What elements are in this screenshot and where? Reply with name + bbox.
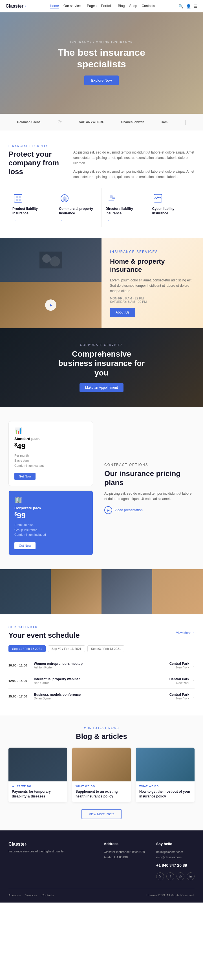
pricing-info: CONTRACT OPTIONS Our insurance pricing p… [99, 421, 195, 555]
corporate-plan-card: 🏢 Corporate pack $99 Premium planGroup i… [8, 490, 93, 555]
nav-services[interactable]: Our services [64, 4, 82, 8]
video-play-icon[interactable] [104, 506, 112, 514]
standard-plan-card: 📊 Standard pack $49 Per monthBasic planC… [8, 421, 93, 486]
brand-divider-2: | [185, 119, 186, 125]
insurance-cards: Product liability Insurance → Commercial… [8, 188, 195, 227]
sched-location-2: Central Park New York [169, 677, 189, 684]
facebook-icon[interactable]: f [166, 872, 174, 880]
sched-event-name-1: Women entrepreneurs meetup [34, 662, 169, 666]
footer-link-contacts[interactable]: Contacts [42, 894, 54, 897]
svg-rect-4 [19, 199, 21, 201]
instagram-icon[interactable]: ◎ [176, 872, 184, 880]
blog-card-3[interactable]: WHAT WE DO How to get the most out of yo… [136, 748, 195, 802]
footer-link-about[interactable]: About us [8, 894, 21, 897]
sched-location-1: Central Park New York [169, 662, 189, 669]
user-icon[interactable]: 👤 [186, 4, 191, 8]
standard-plan-button[interactable]: Get Now [14, 473, 35, 480]
sched-event-name-2: Intellectual property webinar [34, 677, 169, 681]
blog-post-title-2: Supplement to an existing health insuran… [75, 789, 128, 799]
ins-card-cyber[interactable]: Cyber liability Insurance → [148, 188, 195, 227]
schedule-title: Your event schedule [8, 631, 80, 640]
ins-card-cyber-arrow[interactable]: → [152, 218, 190, 222]
date-tab-2[interactable]: Sep #2 / Feb 13 2021 [48, 645, 85, 652]
blog-post-tag-1: WHAT WE DO [12, 785, 64, 788]
corporate-plan-button[interactable]: Get Now [14, 542, 35, 549]
home-property-tag: INSURANCE SERVICES [110, 249, 195, 255]
navigation: Classter· Home Our services Pages Portfo… [0, 0, 203, 13]
nav-links: Home Our services Pages Portfolio Blog S… [50, 4, 155, 8]
footer-bottom-links: About us Services Contacts [8, 894, 54, 897]
sched-event-1: Women entrepreneurs meetup Ashton Porter [34, 662, 169, 669]
ins-card-cyber-title: Cyber liability Insurance [152, 207, 190, 215]
blog-card-2[interactable]: WHAT WE DO Supplement to an existing hea… [72, 748, 131, 802]
standard-plan-features: Per monthBasic planCondominium variant [14, 453, 87, 468]
search-icon[interactable]: 🔍 [179, 4, 183, 8]
ins-card-directors-title: Directors liability Insurance [106, 207, 144, 215]
sched-city-2: New York [169, 681, 189, 684]
explore-button[interactable]: Explore Now [84, 75, 119, 85]
sched-time-1: 10:00 - 11:00 [8, 663, 34, 667]
comprehensive-tag: CORPORATE SERVICES [80, 344, 123, 347]
sched-chevron-2[interactable]: › [193, 679, 195, 683]
brand-sam: sam [161, 120, 168, 124]
linkedin-icon[interactable]: in [187, 872, 195, 880]
footer-email2: info@classter.com [156, 855, 195, 860]
cyber-liability-icon [152, 192, 163, 204]
footer-logo: Classter· [8, 842, 93, 847]
protect-title: Protect your company from loss [8, 150, 65, 177]
logo[interactable]: Classter· [6, 3, 27, 9]
directors-liability-icon [106, 192, 117, 204]
play-button[interactable] [45, 299, 56, 311]
footer-address-line1: Classter Insurance Office 67B [104, 849, 145, 855]
nav-portfolio[interactable]: Portfolio [101, 4, 113, 8]
appointment-button[interactable]: Make an Appointment [80, 383, 123, 392]
ins-card-directors[interactable]: Directors liability Insurance → [102, 188, 148, 227]
twitter-icon[interactable]: 𝕏 [156, 872, 164, 880]
sched-speaker-3: Dylan Byrne [34, 697, 169, 700]
hero-tag: INSURANCE / ONLINE INSURANCE [54, 41, 149, 44]
blog-img-3 [136, 748, 195, 781]
blog-card-1[interactable]: WHAT WE DO Payments for temporary disabi… [8, 748, 67, 802]
video-link[interactable]: Video presentation [104, 506, 195, 514]
blog-post-tag-2: WHAT WE DO [75, 785, 128, 788]
ins-card-product-title: Product liability Insurance [13, 207, 51, 215]
menu-icon[interactable]: ☰ [194, 4, 197, 8]
svg-rect-2 [16, 199, 18, 201]
footer: Classter· Insurance services of the high… [0, 830, 203, 903]
date-tab-1[interactable]: Sep #1 / Feb 13 2021 [8, 645, 46, 652]
footer-link-services[interactable]: Services [25, 894, 37, 897]
nav-home[interactable]: Home [50, 4, 59, 8]
schedule-tag: OUR CALENDAR [8, 626, 195, 629]
brands-bar: Goldman Sachs ⟳ SAP ANYWHERE CharlesSchw… [0, 114, 203, 130]
view-more-link[interactable]: View More → [176, 631, 195, 634]
ins-card-product-arrow[interactable]: → [13, 218, 51, 222]
date-tab-3[interactable]: Sep #3 / Feb 13 2021 [87, 645, 125, 652]
ins-card-commercial[interactable]: Commercial property Insurance → [55, 188, 101, 227]
nav-contacts[interactable]: Contacts [142, 4, 155, 8]
schedule-section: OUR CALENDAR Your event schedule View Mo… [0, 614, 203, 716]
ins-card-directors-arrow[interactable]: → [106, 218, 144, 222]
photo-cell-4 [152, 569, 203, 614]
footer-brand: Classter· Insurance services of the high… [8, 842, 93, 881]
nav-pages[interactable]: Pages [87, 4, 96, 8]
sched-chevron-3[interactable]: › [193, 694, 195, 698]
footer-address-col: Address Classter Insurance Office 67B Au… [104, 842, 145, 881]
view-posts-button[interactable]: View More Posts [82, 809, 121, 819]
sched-event-2: Intellectual property webinar Ben Carter [34, 677, 169, 684]
corporate-plan-price: $99 [14, 511, 87, 520]
about-button[interactable]: About Us [110, 308, 135, 317]
home-property-images [0, 238, 101, 328]
sched-place-1: Central Park [169, 662, 189, 666]
product-liability-icon [13, 192, 24, 204]
footer-email1: hello@classter.com [156, 849, 195, 855]
protect-tag: FINANCIAL SECURITY [8, 145, 195, 148]
comprehensive-section: CORPORATE SERVICES Comprehensive busines… [0, 328, 203, 407]
ins-card-product[interactable]: Product liability Insurance → [8, 188, 55, 227]
nav-blog[interactable]: Blog [118, 4, 125, 8]
sched-chevron-1[interactable]: › [193, 663, 195, 668]
photo-cell-3 [101, 569, 152, 614]
hero-content: INSURANCE / ONLINE INSURANCE The best in… [54, 41, 149, 85]
ins-card-commercial-arrow[interactable]: → [59, 218, 97, 222]
protect-desc1: Adipiscing elit, sed do eiusmod tempor i… [73, 150, 195, 166]
nav-shop[interactable]: Shop [129, 4, 137, 8]
